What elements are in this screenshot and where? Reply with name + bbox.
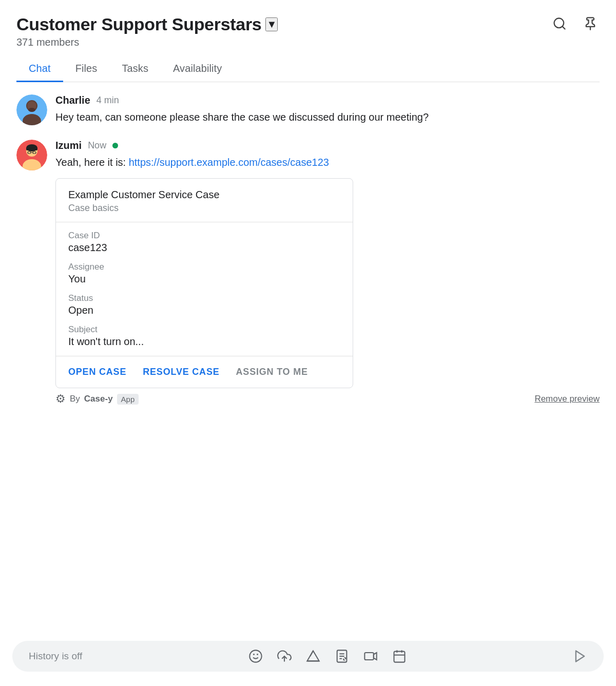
app-badge: App: [117, 394, 139, 405]
app-name: Case-y: [84, 394, 113, 404]
message-header-charlie: Charlie 4 min: [55, 94, 600, 106]
case-card-actions: OPEN CASE RESOLVE CASE ASSIGN TO ME: [56, 356, 353, 388]
calendar-icon: [392, 649, 407, 663]
case-field-status-label: Status: [68, 293, 340, 303]
case-card-subtitle: Case basics: [68, 203, 340, 214]
message-content-izumi: Izumi Now Yeah, here it is: https://supp…: [55, 140, 600, 406]
case-field-id: Case ID case123: [68, 231, 340, 254]
resolve-case-button[interactable]: RESOLVE CASE: [143, 367, 219, 377]
header-icons: [550, 14, 600, 34]
case-field-subject-value: It won't turn on...: [68, 336, 340, 348]
case-card-body: Case ID case123 Assignee You Status Open: [56, 222, 353, 356]
case-field-id-label: Case ID: [68, 231, 340, 241]
case-field-status: Status Open: [68, 293, 340, 316]
message-time-izumi: Now: [88, 140, 106, 151]
doc-button[interactable]: [335, 649, 349, 663]
app-container: Customer Support Superstars ▼ 371 member…: [0, 0, 616, 686]
case-card: Example Customer Service Case Case basic…: [55, 178, 353, 388]
message-charlie: Charlie 4 min Hey team, can someone plea…: [16, 94, 600, 125]
svg-marker-33: [576, 651, 584, 662]
case-field-id-value: case123: [68, 242, 340, 254]
channel-title: Customer Support Superstars: [16, 14, 261, 34]
pin-button[interactable]: [581, 14, 600, 34]
send-button[interactable]: [573, 649, 587, 663]
history-label: History is off: [29, 651, 82, 662]
header: Customer Support Superstars ▼ 371 member…: [0, 0, 616, 82]
svg-point-16: [249, 650, 261, 662]
drive-icon: [306, 649, 320, 663]
upload-icon: [277, 649, 292, 663]
avatar-izumi: [16, 140, 47, 170]
header-top: Customer Support Superstars ▼: [16, 14, 600, 34]
members-count: 371 members: [16, 36, 600, 48]
tabs: Chat Files Tasks Availability: [16, 56, 600, 82]
by-prefix: By: [70, 394, 80, 404]
case-field-assignee-label: Assignee: [68, 262, 340, 272]
dropdown-icon[interactable]: ▼: [265, 17, 278, 31]
emoji-icon: [248, 649, 263, 663]
chat-area: Charlie 4 min Hey team, can someone plea…: [0, 82, 616, 631]
svg-rect-29: [394, 652, 405, 662]
message-author-charlie: Charlie: [55, 94, 90, 106]
by-line: ⚙ By Case-y App Remove preview: [55, 392, 600, 406]
avatar-charlie: [16, 94, 47, 125]
case-link[interactable]: https://support.example.com/cases/case12…: [129, 157, 329, 168]
tab-chat[interactable]: Chat: [16, 56, 63, 82]
svg-point-7: [28, 108, 35, 112]
case-card-header: Example Customer Service Case Case basic…: [56, 179, 353, 222]
search-button[interactable]: [550, 14, 569, 34]
drive-button[interactable]: [306, 649, 320, 663]
tab-tasks[interactable]: Tasks: [109, 56, 161, 82]
message-header-izumi: Izumi Now: [55, 140, 600, 151]
svg-rect-12: [26, 147, 37, 150]
case-card-title: Example Customer Service Case: [68, 189, 340, 201]
header-title-row: Customer Support Superstars ▼: [16, 14, 278, 34]
case-field-assignee-value: You: [68, 273, 340, 285]
message-content-charlie: Charlie 4 min Hey team, can someone plea…: [55, 94, 600, 125]
bottom-icons: [248, 649, 407, 663]
message-prefix: Yeah, here it is:: [55, 157, 129, 168]
online-indicator: [112, 143, 118, 148]
case-field-status-value: Open: [68, 304, 340, 316]
doc-icon: [335, 649, 349, 663]
message-text-izumi: Yeah, here it is: https://support.exampl…: [55, 155, 600, 170]
case-field-subject: Subject It won't turn on...: [68, 325, 340, 348]
calendar-button[interactable]: [392, 649, 407, 663]
message-time-charlie: 4 min: [97, 95, 119, 106]
bottom-bar: History is off: [12, 641, 604, 672]
tab-files[interactable]: Files: [63, 56, 110, 82]
video-icon: [363, 649, 378, 663]
emoji-button[interactable]: [248, 649, 263, 663]
send-icon: [573, 649, 587, 663]
upload-button[interactable]: [277, 649, 292, 663]
message-author-izumi: Izumi: [55, 140, 82, 151]
case-field-assignee: Assignee You: [68, 262, 340, 285]
svg-line-21: [310, 651, 313, 657]
open-case-button[interactable]: OPEN CASE: [68, 367, 126, 377]
message-izumi: Izumi Now Yeah, here it is: https://supp…: [16, 140, 600, 406]
svg-rect-28: [364, 653, 374, 660]
message-text-charlie: Hey team, can someone please share the c…: [55, 109, 600, 125]
remove-preview-link[interactable]: Remove preview: [534, 394, 600, 404]
pin-icon: [583, 16, 598, 31]
casey-logo-icon: ⚙: [55, 392, 66, 406]
assign-to-me-button[interactable]: ASSIGN TO ME: [236, 367, 308, 377]
case-field-subject-label: Subject: [68, 325, 340, 335]
search-icon: [552, 16, 567, 31]
svg-line-1: [562, 26, 565, 29]
tab-availability[interactable]: Availability: [161, 56, 234, 82]
video-button[interactable]: [363, 649, 378, 663]
